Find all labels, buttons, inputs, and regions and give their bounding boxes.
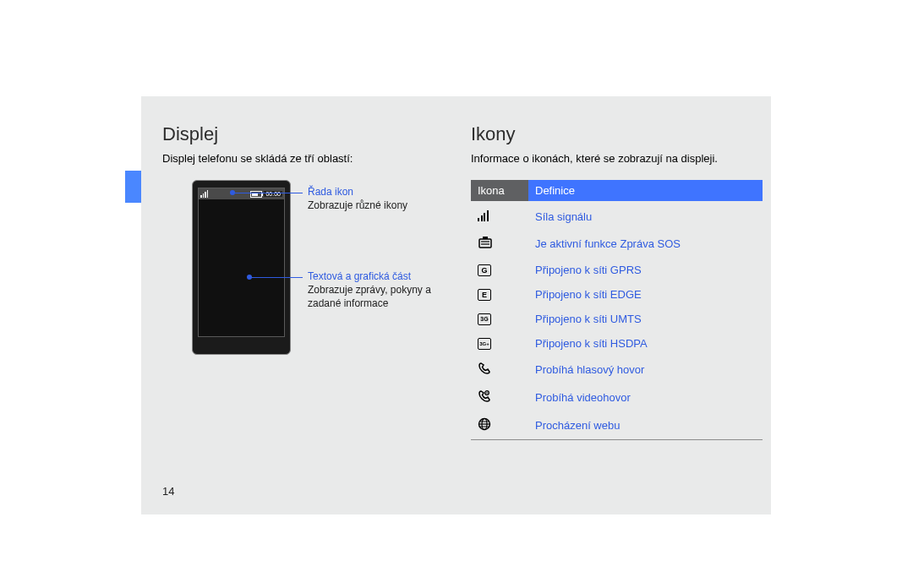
def-cell: Síla signálu	[528, 201, 763, 230]
page-number: 14	[162, 485, 174, 498]
callout-line-text	[250, 277, 303, 278]
icon-cell-hsdpa: 3G+	[471, 331, 528, 356]
def-cell: Připojeno k síti UMTS	[528, 307, 763, 331]
manual-page: Displej Displej telefonu se skládá ze tř…	[141, 96, 771, 514]
status-right: 00:00	[250, 191, 282, 198]
left-column: Displej Displej telefonu se skládá ze tř…	[162, 123, 458, 400]
svg-rect-3	[483, 237, 488, 239]
svg-point-5	[486, 392, 488, 394]
right-column: Ikony Informace o ikonách, které se zobr…	[471, 123, 763, 440]
callout-icons-label: Řada ikon	[308, 185, 460, 199]
voice-call-icon	[478, 362, 491, 375]
def-cell: Je aktivní funkce Zpráva SOS	[528, 230, 763, 258]
callout-text-label: Textová a grafická část	[308, 270, 460, 283]
table-row: 3G+ Připojeno k síti HSDPA	[471, 331, 763, 356]
gprs-icon: G	[478, 264, 491, 276]
callout-text: Textová a grafická část Zobrazuje zprávy…	[308, 270, 460, 311]
table-row: Probíhá videohovor	[471, 384, 763, 411]
signal-icon	[200, 190, 208, 198]
th-definice: Definice	[528, 180, 763, 201]
web-browse-icon	[478, 417, 491, 431]
phone-body: 00:00	[192, 180, 291, 355]
heading-ikony: Ikony	[471, 123, 763, 145]
video-call-icon	[478, 389, 491, 403]
callout-icons-desc: Zobrazuje různé ikony	[308, 199, 460, 212]
icon-cell-edge: E	[471, 282, 528, 307]
table-row: 3G Připojeno k síti UMTS	[471, 307, 763, 331]
callout-text-desc: Zobrazuje zprávy, pokyny a zadané inform…	[308, 283, 460, 310]
table-row: Probíhá hlasový hovor	[471, 356, 763, 384]
callout-icons: Řada ikon Zobrazuje různé ikony	[308, 185, 460, 212]
table-row: G Připojeno k síti GPRS	[471, 258, 763, 282]
table-row: Síla signálu	[471, 201, 763, 230]
table-row: E Připojeno k síti EDGE	[471, 282, 763, 307]
icon-cell-voice	[471, 356, 528, 384]
table-row: Procházení webu	[471, 411, 763, 440]
phone-status-bar: 00:00	[199, 188, 284, 199]
icon-cell-video	[471, 384, 528, 411]
def-cell: Připojeno k síti HSDPA	[528, 331, 763, 356]
edge-icon: E	[478, 289, 491, 301]
icon-cell-umts: 3G	[471, 307, 528, 331]
side-tab	[125, 171, 141, 203]
hsdpa-icon: 3G+	[478, 338, 491, 350]
phone-illustration: 00:00 Řada ikon Zobrazuje různé ikony Te…	[162, 180, 458, 400]
icon-cell-gprs: G	[471, 258, 528, 282]
battery-icon	[250, 191, 262, 198]
phone-screen: 00:00	[198, 188, 285, 337]
icon-cell-sos	[471, 230, 528, 258]
heading-displej: Displej	[162, 123, 458, 145]
table-header-row: Ikona Definice	[471, 180, 763, 201]
th-ikona: Ikona	[471, 180, 528, 201]
icon-cell-signal	[471, 201, 528, 230]
def-cell: Připojeno k síti GPRS	[528, 258, 763, 282]
def-cell: Probíhá hlasový hovor	[528, 356, 763, 384]
signal-strength-icon	[478, 210, 489, 221]
status-left	[200, 190, 208, 198]
def-cell: Procházení webu	[528, 411, 763, 440]
svg-rect-0	[479, 239, 491, 248]
callout-line-icons	[233, 193, 303, 193]
sos-icon	[478, 236, 493, 249]
umts-icon: 3G	[478, 313, 491, 325]
intro-displej: Displej telefonu se skládá ze tří oblast…	[162, 152, 458, 165]
def-cell: Připojeno k síti EDGE	[528, 282, 763, 307]
intro-ikony: Informace o ikonách, které se zobrazují …	[471, 152, 763, 165]
def-cell: Probíhá videohovor	[528, 384, 763, 411]
icons-table: Ikona Definice Síla signálu	[471, 180, 763, 440]
icon-cell-web	[471, 411, 528, 440]
table-row: Je aktivní funkce Zpráva SOS	[471, 230, 763, 258]
